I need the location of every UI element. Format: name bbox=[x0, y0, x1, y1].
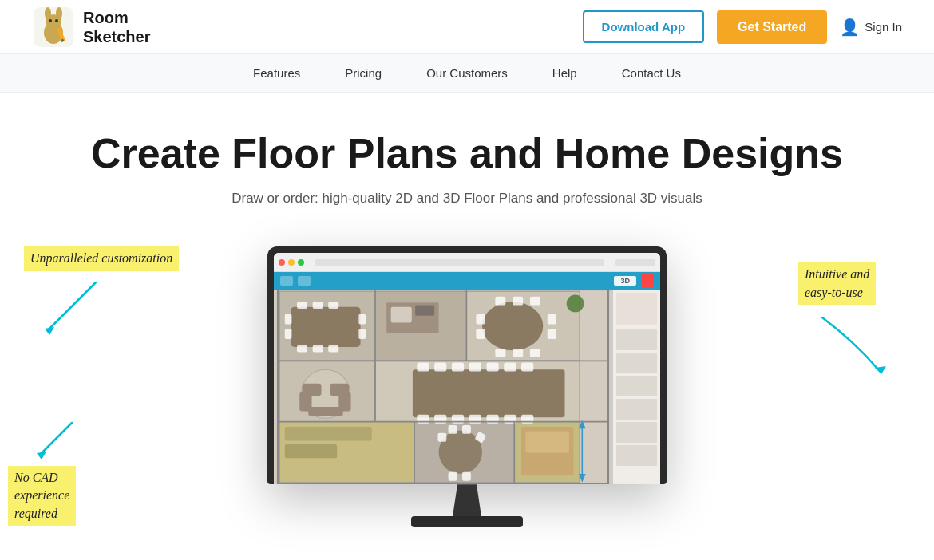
svg-point-3 bbox=[45, 7, 51, 20]
toolbar-3d-label: 3D bbox=[614, 276, 636, 286]
monitor-body: 3D bbox=[267, 246, 667, 484]
svg-point-6 bbox=[55, 19, 58, 22]
svg-rect-73 bbox=[462, 472, 471, 481]
monitor-base bbox=[411, 516, 523, 527]
callout-no-cad: No CADexperiencerequired bbox=[8, 415, 104, 526]
main-nav: Features Pricing Our Customers Help Cont… bbox=[0, 54, 934, 93]
svg-rect-58 bbox=[521, 363, 533, 372]
svg-rect-20 bbox=[297, 302, 307, 309]
svg-rect-51 bbox=[413, 369, 565, 417]
callout-customization: Unparalleled customization bbox=[24, 246, 179, 337]
get-started-button[interactable]: Get Started bbox=[717, 10, 827, 44]
svg-rect-55 bbox=[469, 363, 481, 372]
app-toolbar: 3D bbox=[274, 272, 660, 290]
svg-rect-67 bbox=[285, 444, 337, 458]
monitor: 3D bbox=[267, 246, 667, 527]
svg-rect-66 bbox=[285, 427, 372, 440]
floor-plan-svg bbox=[274, 290, 612, 484]
sidebar-furniture-4 bbox=[616, 399, 657, 420]
svg-rect-56 bbox=[486, 363, 498, 372]
sidebar-furniture-2 bbox=[616, 353, 657, 373]
toolbar-red-btn bbox=[641, 274, 654, 287]
svg-rect-31 bbox=[391, 307, 412, 323]
svg-rect-40 bbox=[476, 314, 485, 325]
callout-no-cad-text: No CADexperiencerequired bbox=[8, 466, 104, 526]
svg-rect-50 bbox=[308, 407, 343, 416]
svg-rect-19 bbox=[291, 307, 360, 347]
nav-contact-us[interactable]: Contact Us bbox=[600, 57, 703, 89]
floor-plan bbox=[274, 290, 612, 484]
svg-rect-35 bbox=[513, 297, 523, 306]
callout-intuitive-text: Intuitive andeasy-to-use bbox=[798, 262, 910, 305]
svg-marker-10 bbox=[37, 452, 46, 459]
svg-rect-39 bbox=[530, 349, 540, 357]
hero-section: Create Floor Plans and Home Designs Draw… bbox=[0, 93, 934, 246]
nav-our-customers[interactable]: Our Customers bbox=[404, 57, 530, 89]
svg-rect-69 bbox=[449, 425, 457, 434]
feature-area: Unparalleled customization No CADexperie… bbox=[0, 246, 934, 560]
svg-rect-70 bbox=[462, 425, 471, 434]
svg-rect-36 bbox=[530, 297, 540, 306]
svg-point-33 bbox=[482, 302, 543, 350]
nav-pricing[interactable]: Pricing bbox=[323, 57, 404, 89]
svg-rect-72 bbox=[449, 472, 457, 481]
svg-marker-9 bbox=[45, 327, 54, 335]
arrow-no-cad bbox=[8, 415, 104, 463]
toolbar-btn-1 bbox=[280, 276, 293, 286]
svg-point-5 bbox=[49, 19, 52, 22]
svg-rect-25 bbox=[328, 345, 338, 353]
header: Room Sketcher Download App Get Started 👤… bbox=[0, 0, 934, 54]
sidebar-furniture-5 bbox=[616, 422, 657, 443]
svg-rect-21 bbox=[313, 302, 323, 309]
svg-rect-28 bbox=[358, 314, 366, 325]
screen-content bbox=[274, 290, 660, 484]
hero-title: Create Floor Plans and Home Designs bbox=[16, 131, 918, 176]
topbar-controls bbox=[615, 259, 655, 266]
svg-rect-24 bbox=[313, 345, 323, 353]
nav-help[interactable]: Help bbox=[530, 57, 600, 89]
arrow-intuitive bbox=[798, 310, 910, 381]
svg-rect-54 bbox=[452, 363, 464, 372]
dot-green bbox=[298, 259, 304, 266]
nav-features[interactable]: Features bbox=[231, 57, 323, 89]
svg-point-44 bbox=[567, 295, 584, 313]
svg-rect-38 bbox=[513, 349, 523, 357]
sign-in-label: Sign In bbox=[865, 20, 902, 34]
svg-rect-37 bbox=[495, 349, 505, 357]
svg-rect-32 bbox=[415, 306, 434, 316]
sidebar-header bbox=[616, 293, 657, 325]
svg-rect-23 bbox=[297, 345, 307, 353]
svg-rect-57 bbox=[504, 363, 516, 372]
sign-in-area[interactable]: 👤 Sign In bbox=[840, 18, 902, 37]
dot-red bbox=[279, 259, 285, 266]
svg-rect-43 bbox=[548, 329, 556, 339]
svg-rect-29 bbox=[358, 329, 366, 339]
callout-customization-text: Unparalleled customization bbox=[24, 246, 179, 270]
svg-rect-41 bbox=[476, 329, 485, 339]
user-icon: 👤 bbox=[840, 18, 860, 37]
svg-rect-42 bbox=[548, 314, 556, 325]
callout-intuitive: Intuitive andeasy-to-use bbox=[798, 262, 910, 381]
svg-rect-34 bbox=[495, 297, 505, 306]
svg-rect-27 bbox=[285, 329, 292, 339]
monitor-screen: 3D bbox=[274, 253, 660, 484]
svg-point-4 bbox=[56, 7, 62, 20]
sidebar-furniture-6 bbox=[616, 445, 657, 466]
sidebar-panel bbox=[612, 290, 660, 484]
sidebar-furniture-3 bbox=[616, 376, 657, 396]
svg-rect-74 bbox=[437, 433, 446, 442]
arrow-customization bbox=[24, 274, 120, 338]
download-app-button[interactable]: Download App bbox=[583, 10, 704, 43]
logo[interactable]: Room Sketcher bbox=[32, 6, 151, 49]
address-bar bbox=[315, 259, 604, 266]
sidebar-furniture-1 bbox=[616, 329, 657, 350]
svg-rect-52 bbox=[417, 363, 429, 372]
svg-rect-76 bbox=[525, 432, 568, 453]
toolbar-btn-2 bbox=[298, 276, 311, 286]
svg-rect-53 bbox=[434, 363, 446, 372]
hero-subtitle: Draw or order: high-quality 2D and 3D Fl… bbox=[16, 191, 918, 207]
svg-rect-26 bbox=[285, 314, 292, 325]
svg-rect-22 bbox=[328, 302, 338, 309]
dot-yellow bbox=[288, 259, 295, 266]
logo-icon bbox=[32, 6, 75, 49]
